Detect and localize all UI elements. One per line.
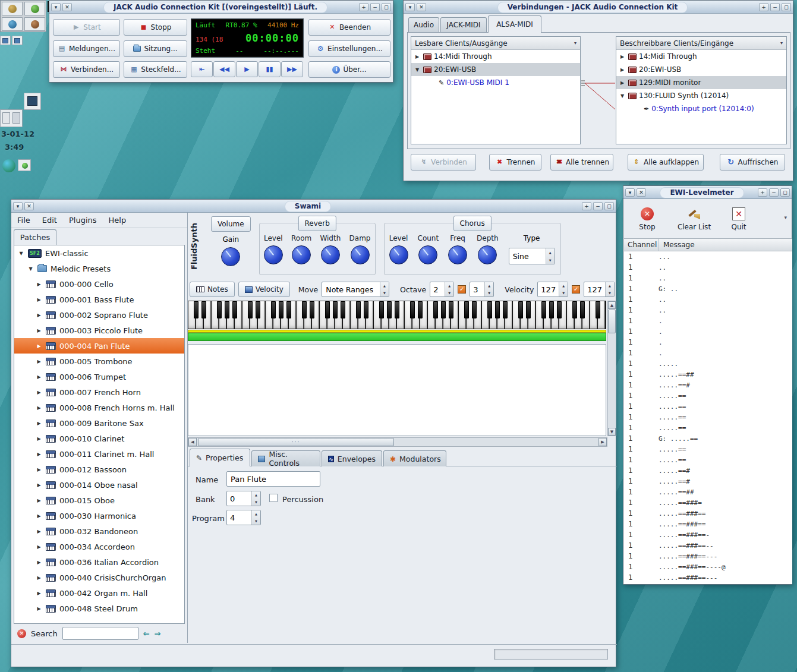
quit-button[interactable]: Beenden: [308, 19, 390, 36]
list-item[interactable]: ▶ 000-036 Italian Accordion: [14, 554, 184, 570]
table-row[interactable]: 1 .....==###==: [624, 519, 792, 529]
list-item[interactable]: ▶ 000-004 Pan Flute: [14, 338, 184, 354]
piano-black-key[interactable]: [549, 301, 554, 318]
list-item[interactable]: ▶ 000-030 Harmonica: [14, 508, 184, 523]
close-icon[interactable]: ✕: [637, 188, 646, 197]
search-clear-icon[interactable]: ✕: [17, 629, 26, 638]
disconnect-button[interactable]: Trennen: [489, 154, 541, 171]
about-button[interactable]: Über...: [308, 61, 390, 78]
table-row[interactable]: 1 .....==: [624, 401, 792, 412]
spinner-arrows[interactable]: ▲▼: [380, 282, 389, 296]
list-item[interactable]: ▶ 000-000 Cello: [14, 276, 184, 292]
spinner-arrows[interactable]: ▲▼: [251, 491, 260, 506]
reverb-knob[interactable]: [321, 245, 340, 264]
connect-button[interactable]: Verbinden...: [53, 61, 120, 78]
tab-properties[interactable]: Properties: [190, 449, 250, 466]
tab-patches[interactable]: Patches: [14, 229, 56, 245]
close-icon[interactable]: ✕: [417, 3, 426, 11]
list-item[interactable]: ▶ 000-014 Oboe nasal: [14, 477, 184, 493]
tree-row[interactable]: ▼ 20:EWI-USB: [411, 63, 580, 76]
clear-list-button[interactable]: Clear List: [669, 203, 720, 236]
table-row[interactable]: 1 .....==###=: [624, 497, 792, 508]
titlebar[interactable]: ▾ ✕ JACK Audio Connection Kit [(voreinge…: [49, 1, 393, 14]
velocity-low-spinner[interactable]: 127▲▼: [537, 282, 568, 297]
taskbar-tile[interactable]: [24, 2, 45, 15]
patchbay-button[interactable]: Steckfeld...: [124, 61, 187, 78]
expander-icon[interactable]: ▶: [36, 328, 42, 333]
velocity-toggle-button[interactable]: Velocity: [238, 282, 290, 297]
list-item[interactable]: ▶ 000-008 French Horns m. Hall: [14, 400, 184, 415]
window-menu-icon[interactable]: ▾: [51, 3, 61, 11]
piano-black-key[interactable]: [557, 301, 562, 318]
search-next-icon[interactable]: ⇒: [155, 629, 161, 638]
tab-misc-controls[interactable]: Misc. Controls: [251, 450, 320, 466]
expander-icon[interactable]: ▶: [36, 529, 42, 534]
window-menu-icon[interactable]: ▾: [13, 202, 23, 210]
expander-icon[interactable]: ▼: [619, 93, 626, 99]
spinner-arrows[interactable]: ▲▼: [559, 282, 568, 296]
tree-row-soundfont[interactable]: ▼ SF2 EWI-classic: [14, 245, 184, 261]
program-spinner[interactable]: 4▲▼: [226, 510, 261, 525]
piano-black-key[interactable]: [256, 301, 260, 318]
piano-black-key[interactable]: [541, 301, 546, 318]
piano-black-key[interactable]: [518, 301, 523, 318]
list-item[interactable]: ▶ 000-003 Piccolo Flute: [14, 323, 184, 338]
transport-button[interactable]: ◀◀: [213, 61, 235, 77]
piano-black-key[interactable]: [286, 301, 291, 318]
table-row[interactable]: 1 .....==###==---: [624, 551, 792, 561]
tab-alsa-midi[interactable]: ALSA-MIDI: [488, 15, 541, 33]
expander-icon[interactable]: ▶: [36, 374, 42, 380]
chorus-knob[interactable]: [478, 245, 497, 264]
menu-item[interactable]: Edit: [36, 213, 63, 228]
settings-button[interactable]: Einstellungen...: [308, 40, 390, 57]
piano-black-key[interactable]: [526, 301, 531, 318]
table-row[interactable]: 1 .....: [624, 358, 792, 369]
tab-audio[interactable]: Audio: [408, 17, 439, 33]
session-button[interactable]: Sitzung...: [124, 40, 187, 57]
move-select[interactable]: Note Ranges ▲▼: [322, 282, 389, 297]
list-item[interactable]: ▶ 000-034 Accordeon: [14, 539, 184, 554]
maximize-icon[interactable]: ◻: [604, 202, 614, 210]
table-row[interactable]: 1 .....==#: [624, 476, 792, 487]
expander-icon[interactable]: ▶: [36, 513, 42, 519]
list-item[interactable]: ▶ 000-009 Baritone Sax: [14, 415, 184, 431]
restore-icon[interactable]: +: [759, 3, 768, 11]
piano-black-key[interactable]: [464, 301, 469, 318]
reverb-knob[interactable]: [351, 245, 370, 264]
search-input[interactable]: [62, 627, 138, 640]
desktop-fragment[interactable]: [18, 159, 31, 171]
menu-item[interactable]: Help: [103, 213, 133, 228]
expander-icon[interactable]: ▶: [36, 436, 42, 441]
piano-black-key[interactable]: [310, 301, 314, 318]
tree-row[interactable]: ▶ 14:Midi Through: [616, 50, 786, 63]
name-field[interactable]: [226, 471, 320, 487]
window-menu-icon[interactable]: ▾: [625, 188, 635, 197]
tree-row[interactable]: ▶ 129:MIDI monitor: [616, 76, 786, 89]
percussion-checkbox[interactable]: [269, 494, 278, 502]
column-header-message[interactable]: Message: [659, 241, 695, 249]
readable-clients-header[interactable]: Lesbare Clients/Ausgänge▾: [411, 37, 580, 50]
start-button[interactable]: Start: [53, 19, 120, 36]
expander-icon[interactable]: ▼: [27, 266, 34, 272]
chorus-knob[interactable]: [418, 245, 437, 264]
close-icon[interactable]: ✕: [24, 202, 34, 210]
piano-black-key[interactable]: [503, 301, 508, 318]
scrollbar-thumb[interactable]: [608, 310, 616, 333]
tree-row[interactable]: ▶ 14:Midi Through: [411, 50, 580, 63]
expander-icon[interactable]: ▶: [36, 467, 42, 472]
table-row[interactable]: 1 .....==###==: [624, 508, 792, 519]
piano-black-key[interactable]: [379, 301, 384, 318]
piano-black-key[interactable]: [201, 301, 206, 318]
minimize-icon[interactable]: −: [769, 188, 779, 197]
table-row[interactable]: 1 .....==#: [624, 380, 792, 390]
expander-icon[interactable]: ▼: [18, 251, 24, 256]
piano-black-key[interactable]: [302, 301, 307, 318]
maximize-icon[interactable]: ◻: [780, 188, 790, 197]
taskbar-tile[interactable]: [24, 17, 45, 31]
octave-range-checkbox[interactable]: ✓: [458, 285, 466, 294]
scroll-up-icon[interactable]: ▲: [608, 301, 616, 309]
piano-black-key[interactable]: [325, 301, 330, 318]
table-row[interactable]: 1 ...: [624, 251, 792, 262]
piano-black-key[interactable]: [232, 301, 237, 318]
scroll-right-icon[interactable]: ▶: [598, 438, 607, 446]
